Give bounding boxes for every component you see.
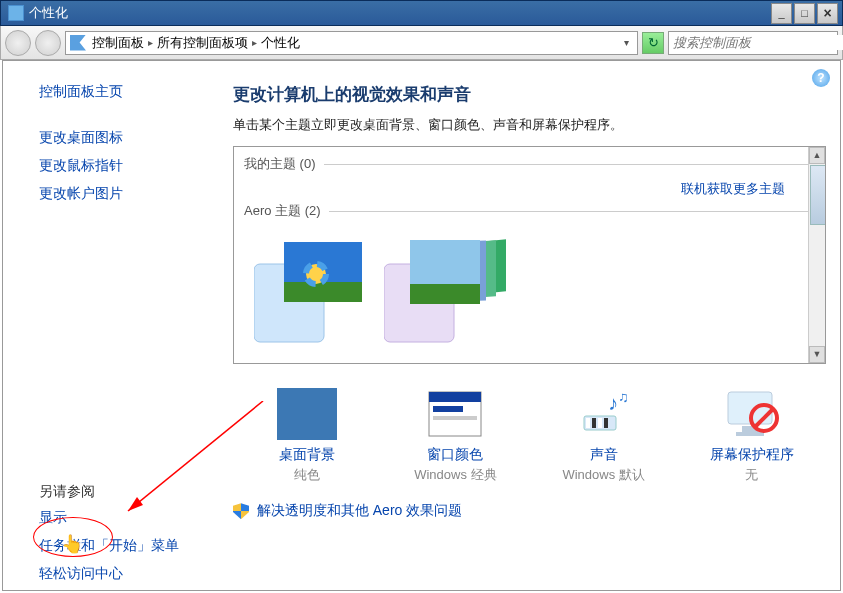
sidebar-link-mouse-pointers[interactable]: 更改鼠标指针 [39,157,213,175]
item-sublabel: Windows 经典 [395,466,515,484]
chevron-right-icon: ▸ [252,37,257,48]
breadcrumb-2[interactable]: 所有控制面板项 [157,34,248,52]
close-button[interactable]: × [817,3,838,24]
minimize-button[interactable]: _ [771,3,792,24]
svg-rect-20 [604,418,608,428]
see-also-taskbar[interactable]: 任务栏和「开始」菜单 [39,537,213,555]
svg-rect-17 [586,418,590,428]
maximize-button[interactable]: □ [794,3,815,24]
svg-rect-11 [277,388,337,440]
divider [329,211,815,212]
svg-rect-19 [598,418,602,428]
client-area: ? 控制面板主页 更改桌面图标 更改鼠标指针 更改帐户图片 另请参阅 显示 任务… [2,60,841,591]
back-button[interactable] [5,30,31,56]
main-panel: 更改计算机上的视觉效果和声音 单击某个主题立即更改桌面背景、窗口颜色、声音和屏幕… [223,61,840,590]
screensaver-item[interactable]: 屏幕保护程序 无 [692,388,812,484]
sidebar-link-account-picture[interactable]: 更改帐户图片 [39,185,213,203]
svg-rect-13 [429,392,481,402]
page-title: 更改计算机上的视觉效果和声音 [233,83,826,106]
search-input[interactable] [669,35,843,50]
window-color-item[interactable]: 窗口颜色 Windows 经典 [395,388,515,484]
desktop-background-item[interactable]: 桌面背景 纯色 [247,388,367,484]
bottom-row: 桌面背景 纯色 窗口颜色 Windows 经典 ♪ [233,388,826,484]
breadcrumb-1[interactable]: 控制面板 [92,34,144,52]
titlebar: 个性化 _ □ × [0,0,843,26]
svg-rect-14 [433,406,463,412]
scroll-down-icon[interactable]: ▼ [809,346,825,363]
scroll-up-icon[interactable]: ▲ [809,147,825,164]
themes-box: 我的主题 (0) 联机获取更多主题 Aero 主题 (2) [233,146,826,364]
svg-text:♪: ♪ [608,392,618,414]
search-box: 🔍 [668,31,838,55]
item-sublabel: 无 [692,466,812,484]
sidebar-link-home[interactable]: 控制面板主页 [39,83,213,101]
see-also-ease-of-access[interactable]: 轻松访问中心 [39,565,213,583]
window-icon [8,5,24,21]
item-label: 窗口颜色 [395,446,515,464]
shield-icon [233,503,249,519]
themes-scrollbar[interactable]: ▲ ▼ [808,147,825,363]
sidebar: 控制面板主页 更改桌面图标 更改鼠标指针 更改帐户图片 另请参阅 显示 任务栏和… [3,61,223,590]
page-subtitle: 单击某个主题立即更改桌面背景、窗口颜色、声音和屏幕保护程序。 [233,116,826,134]
svg-rect-15 [433,416,477,420]
svg-rect-10 [410,284,480,304]
item-label: 声音 [544,446,664,464]
window-title: 个性化 [29,4,771,22]
control-panel-icon [70,35,86,51]
svg-rect-25 [736,432,764,436]
sounds-item[interactable]: ♪ ♫ 声音 Windows 默认 [544,388,664,484]
breadcrumb-3[interactable]: 个性化 [261,34,300,52]
see-also-heading: 另请参阅 [39,483,213,501]
item-label: 屏幕保护程序 [692,446,812,464]
address-dropdown-icon[interactable]: ▾ [620,37,633,48]
svg-text:♫: ♫ [618,389,629,405]
refresh-button[interactable]: ↻ [642,32,664,54]
chevron-right-icon: ▸ [148,37,153,48]
scroll-thumb[interactable] [810,165,826,225]
address-bar[interactable]: 控制面板 ▸ 所有控制面板项 ▸ 个性化 ▾ [65,31,638,55]
item-sublabel: Windows 默认 [544,466,664,484]
divider [324,164,816,165]
forward-button[interactable] [35,30,61,56]
see-also-display[interactable]: 显示 [39,509,213,527]
group-my-themes: 我的主题 (0) [244,155,316,173]
group-aero-themes: Aero 主题 (2) [244,202,321,220]
theme-thumbnail[interactable] [384,234,494,344]
theme-thumbnail[interactable] [254,234,364,344]
get-more-themes-link[interactable]: 联机获取更多主题 [681,181,785,196]
item-sublabel: 纯色 [247,466,367,484]
svg-rect-18 [592,418,596,428]
sidebar-link-desktop-icons[interactable]: 更改桌面图标 [39,129,213,147]
aero-troubleshoot: 解决透明度和其他 Aero 效果问题 [233,502,826,520]
aero-troubleshoot-link[interactable]: 解决透明度和其他 Aero 效果问题 [257,502,462,518]
item-label: 桌面背景 [247,446,367,464]
svg-rect-2 [284,282,362,302]
toolbar: 控制面板 ▸ 所有控制面板项 ▸ 个性化 ▾ ↻ 🔍 [0,26,843,60]
